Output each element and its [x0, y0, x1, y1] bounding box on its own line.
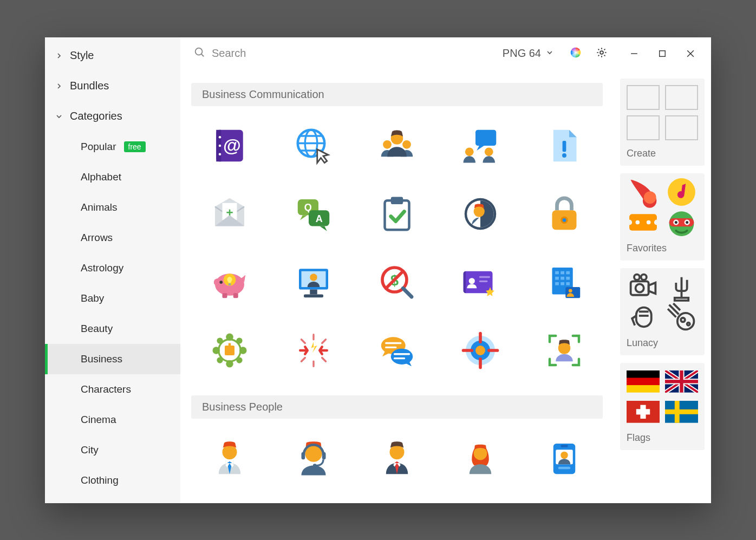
window-maximize-button[interactable]: [648, 42, 676, 66]
svg-rect-74: [229, 343, 231, 346]
svg-point-119: [654, 219, 660, 225]
svg-rect-63: [566, 271, 570, 274]
svg-rect-34: [391, 197, 403, 204]
icon-faq-chat[interactable]: QA: [277, 190, 349, 238]
icon-membership-card[interactable]: [444, 258, 517, 307]
chevron-down-icon: [55, 112, 70, 121]
icon-affiliate[interactable]: [193, 326, 266, 375]
comet-icon: [627, 180, 660, 205]
section-header: Business People: [191, 395, 603, 419]
sidebar-item-bundles[interactable]: Bundles: [45, 71, 180, 101]
svg-point-12: [219, 153, 221, 155]
icon-manager[interactable]: [361, 434, 433, 483]
svg-point-0: [195, 48, 203, 55]
svg-rect-69: [566, 282, 570, 285]
svg-rect-62: [561, 271, 564, 274]
icon-piggy-bank-idea[interactable]: [193, 258, 266, 307]
icon-businesswoman[interactable]: [444, 434, 517, 483]
svg-point-120: [636, 220, 640, 225]
icon-video-conference[interactable]: [277, 258, 349, 307]
sidebar-item-animals[interactable]: Animals: [45, 192, 180, 223]
icon-businessman[interactable]: [193, 434, 266, 483]
svg-point-10: [219, 136, 221, 139]
svg-rect-144: [627, 370, 660, 378]
icon-operator[interactable]: [277, 434, 349, 483]
svg-point-20: [402, 140, 411, 148]
svg-rect-114: [561, 445, 568, 447]
sidebar-item-categories[interactable]: Categories: [45, 101, 180, 132]
icon-important-file[interactable]: [528, 121, 601, 170]
collection-flags[interactable]: Flags: [620, 363, 705, 450]
sidebar-item-clothing[interactable]: Clothing: [45, 465, 180, 496]
icon-secured[interactable]: [528, 190, 601, 238]
svg-line-85: [301, 339, 305, 343]
collection-favorites[interactable]: Favorites: [620, 173, 705, 261]
icon-company[interactable]: [528, 258, 601, 307]
sidebar-item-city[interactable]: City: [45, 435, 180, 465]
sidebar-label: Cinema: [81, 414, 116, 426]
sidebar-label: Business: [81, 353, 122, 365]
svg-point-81: [217, 357, 223, 363]
svg-rect-66: [566, 276, 570, 279]
main: PNG 64: [180, 37, 711, 503]
format-selector[interactable]: PNG 64: [495, 47, 562, 60]
collection-create[interactable]: Create: [620, 79, 705, 166]
sidebar-item-baby[interactable]: Baby: [45, 283, 180, 314]
svg-point-79: [217, 337, 223, 343]
sidebar-item-style[interactable]: Style: [45, 41, 180, 71]
svg-point-23: [465, 147, 474, 156]
flag-uk-icon: [665, 369, 698, 394]
camera-icon: [627, 275, 660, 300]
sidebar-item-popular[interactable]: Popular free: [45, 132, 180, 162]
window-minimize-button[interactable]: [620, 42, 648, 66]
collection-label: Lunacy: [627, 337, 698, 349]
svg-point-24: [485, 147, 493, 156]
icon-conference-call[interactable]: [361, 121, 433, 170]
search[interactable]: [193, 46, 493, 61]
placeholder-icon: [627, 85, 660, 110]
sidebar-label: Arrows: [81, 232, 113, 244]
icon-consultation[interactable]: [444, 121, 517, 170]
svg-point-50: [310, 274, 317, 281]
svg-line-56: [403, 288, 412, 297]
svg-point-82: [237, 357, 243, 363]
svg-point-115: [644, 191, 656, 204]
sidebar-item-arrows[interactable]: Arrows: [45, 223, 180, 253]
search-input[interactable]: [212, 47, 493, 60]
icon-employee-card[interactable]: [528, 434, 601, 483]
cactus-icon: [665, 275, 698, 300]
settings-button[interactable]: [590, 42, 614, 66]
collection-lunacy[interactable]: Lunacy: [620, 268, 705, 355]
sidebar-item-astrology[interactable]: Astrology: [45, 253, 180, 283]
sidebar-item-cinema[interactable]: Cinema: [45, 405, 180, 435]
search-icon: [193, 46, 205, 61]
icon-aim[interactable]: [444, 326, 517, 375]
icon-no-cost[interactable]: $: [361, 258, 433, 307]
sidebar-item-alphabet[interactable]: Alphabet: [45, 162, 180, 192]
icon-important-mail[interactable]: +: [193, 190, 266, 238]
icon-messaging[interactable]: [361, 326, 433, 375]
icon-task-completed[interactable]: [361, 190, 433, 238]
icon-internet-cursor[interactable]: [277, 121, 349, 170]
icon-crash[interactable]: [277, 326, 349, 375]
icon-face-id[interactable]: [528, 326, 601, 375]
window-close-button[interactable]: [676, 42, 705, 66]
svg-line-86: [322, 357, 325, 361]
sidebar-item-business[interactable]: Business: [45, 344, 180, 374]
icon-contacts[interactable]: [444, 190, 517, 238]
color-picker-button[interactable]: [564, 42, 588, 66]
svg-point-3: [600, 51, 603, 54]
svg-rect-5: [660, 50, 666, 56]
sidebar-item-characters[interactable]: Characters: [45, 374, 180, 405]
ticket-icon: [627, 210, 660, 235]
sidebar-label: Astrology: [81, 262, 123, 274]
sidebar-label: City: [81, 444, 99, 456]
sidebar-label: Clothing: [81, 474, 119, 486]
topbar: PNG 64: [180, 37, 711, 70]
svg-point-2: [571, 47, 581, 57]
icon-address-book[interactable]: @: [193, 121, 266, 170]
format-label: PNG 64: [503, 47, 541, 60]
svg-rect-22: [475, 129, 496, 145]
svg-text:A: A: [315, 213, 322, 224]
sidebar-item-beauty[interactable]: Beauty: [45, 314, 180, 344]
